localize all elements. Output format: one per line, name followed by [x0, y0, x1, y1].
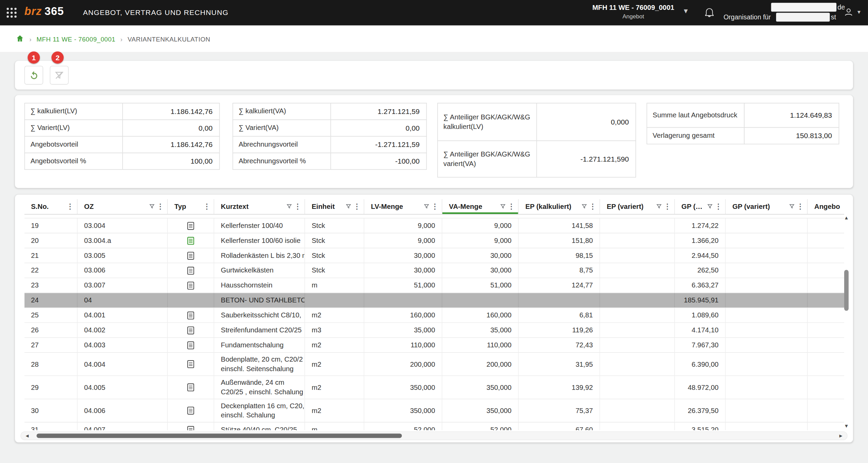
cell-einheit: m3	[305, 323, 364, 337]
clear-filter-button[interactable]	[50, 66, 68, 84]
table-row-19[interactable]: 1903.004Kellerfenster 100/40Stck9,0009,0…	[25, 218, 845, 233]
horizontal-scrollbar[interactable]: ◄ ►	[20, 431, 848, 440]
organisation-prefix: Organisation für	[724, 13, 771, 21]
table-row-31[interactable]: 3104.007Stütze 40/40 cm, C20/25m52,00052…	[25, 423, 845, 430]
filter-icon[interactable]	[656, 203, 662, 210]
cell-ep_kalk: 151,80	[519, 233, 600, 248]
cell-sno: 22	[25, 263, 78, 278]
column-header-einheit[interactable]: Einheit⋮	[305, 199, 364, 214]
project-selector-title: MFH 11 WE - 76009_0001	[585, 4, 682, 12]
table-row-29[interactable]: 2904.005Außenwände, 24 cm C20/25 , einsc…	[25, 376, 845, 399]
filter-icon[interactable]	[345, 203, 351, 210]
filter-icon[interactable]	[500, 203, 506, 210]
breadcrumb-item-project[interactable]: MFH 11 WE - 76009_0001	[36, 36, 115, 43]
table-row-25[interactable]: 2504.001Sauberkeitsschicht C8/10,m2160,0…	[25, 308, 845, 323]
cell-ep_kalk: 124,77	[519, 278, 600, 293]
column-header-ep_var[interactable]: EP (variert)⋮	[600, 199, 675, 214]
column-menu-icon[interactable]: ⋮	[294, 203, 301, 210]
table-row-23[interactable]: 2303.007Hausschornsteinm51,00051,000124,…	[25, 278, 845, 293]
table-row-24[interactable]: 2404BETON- UND STAHLBETON185.945,91	[25, 293, 845, 308]
vertical-scrollbar[interactable]: ▲ ▼	[842, 215, 850, 429]
breadcrumb-separator: ›	[29, 36, 31, 43]
brand-logo-text: brz	[25, 5, 42, 18]
column-header-lv_menge[interactable]: LV-Menge⋮	[364, 199, 442, 214]
app-grid-icon[interactable]	[4, 6, 19, 19]
cell-gp_var	[726, 376, 808, 399]
table-row-27[interactable]: 2704.003Fundamentschalungm2110,000110,00…	[25, 338, 845, 353]
table-row-30[interactable]: 3004.006Deckenplatten 16 cm, C20,einschl…	[25, 399, 845, 423]
table-row-22[interactable]: 2203.006GurtwickelkästenStck30,00030,000…	[25, 263, 845, 278]
scroll-up-arrow[interactable]: ▲	[842, 215, 850, 221]
column-menu-icon[interactable]: ⋮	[664, 203, 671, 210]
column-menu-icon[interactable]: ⋮	[203, 203, 210, 210]
summary-row: Summe laut Angebotsdruck1.124.649,83	[647, 103, 839, 128]
cell-einheit: m2	[305, 399, 364, 422]
filter-icon[interactable]	[581, 203, 587, 210]
cell-ep_kalk: 8,75	[519, 263, 600, 278]
column-menu-icon[interactable]: ⋮	[715, 203, 722, 210]
cell-einheit: m2	[305, 338, 364, 352]
cell-kurztext: Bodenplatte, 20 cm, C20/2einschl. Seiten…	[214, 353, 305, 376]
table-row-21[interactable]: 2103.005Rolladenkästen L bis 2,30 mStck3…	[25, 248, 845, 263]
cell-typ	[168, 218, 215, 233]
horizontal-scroll-thumb[interactable]	[36, 433, 402, 438]
cell-gp_var	[726, 218, 808, 233]
filter-icon[interactable]	[789, 203, 795, 210]
filter-icon[interactable]	[707, 203, 713, 210]
cell-angebot	[808, 263, 844, 278]
filter-icon[interactable]	[286, 203, 292, 210]
cell-gp_kalk: 7.967,30	[675, 338, 726, 352]
column-menu-icon[interactable]: ⋮	[353, 203, 360, 210]
user-account-icon[interactable]	[843, 7, 853, 19]
scroll-down-arrow[interactable]: ▼	[842, 423, 850, 429]
home-icon[interactable]	[16, 34, 25, 44]
column-menu-icon[interactable]: ⋮	[796, 203, 804, 210]
column-header-ep_kalk[interactable]: EP (kalkuliert)⋮	[519, 199, 600, 214]
summary-label: ∑ Variert(VA)	[233, 119, 331, 136]
cell-ep_var	[600, 323, 675, 337]
cell-gp_kalk: 262,50	[675, 263, 726, 278]
column-menu-icon[interactable]: ⋮	[508, 203, 515, 210]
notification-bell-icon[interactable]	[705, 7, 714, 20]
summary-label: Summe laut Angebotsdruck	[647, 103, 745, 128]
cell-lv_menge: 110,000	[364, 338, 442, 352]
column-header-va_menge[interactable]: VA-Menge⋮	[442, 199, 519, 214]
summary-row: Abrechnungsvorteil %-100,00	[233, 153, 427, 170]
column-header-typ[interactable]: Typ⋮	[168, 199, 215, 214]
table-header-row: S.No.⋮OZ⋮Typ⋮Kurztext⋮Einheit⋮LV-Menge⋮V…	[25, 199, 845, 215]
cell-lv_menge: 350,000	[364, 399, 442, 422]
table-row-26[interactable]: 2604.002Streifenfundament C20/25m335,000…	[25, 323, 845, 338]
cell-ep_var	[600, 338, 675, 352]
summary-group-va: ∑ kalkuliert(VA)1.271.121,59∑ Variert(VA…	[233, 103, 427, 170]
cell-kurztext: Streifenfundament C20/25	[214, 323, 305, 337]
column-header-sno[interactable]: S.No.⋮	[25, 199, 78, 214]
scroll-left-arrow[interactable]: ◄	[23, 432, 31, 439]
scroll-right-arrow[interactable]: ►	[837, 432, 845, 439]
column-header-gp_kalk[interactable]: GP (…⋮	[675, 199, 726, 214]
brand-logo-suffix: 365	[45, 5, 64, 18]
column-menu-icon[interactable]: ⋮	[66, 203, 74, 210]
project-selector[interactable]: MFH 11 WE - 76009_0001 Angebot	[585, 4, 682, 19]
column-header-kurztext[interactable]: Kurztext⋮	[214, 199, 305, 214]
refresh-button[interactable]	[25, 66, 43, 84]
filter-icon[interactable]	[424, 203, 430, 210]
user-menu-caret-icon[interactable]: ▾	[857, 8, 861, 15]
cell-einheit: Stck	[305, 218, 364, 233]
column-header-oz[interactable]: OZ⋮	[78, 199, 168, 214]
vertical-scroll-thumb[interactable]	[844, 270, 849, 311]
filter-icon[interactable]	[149, 203, 155, 210]
column-header-gp_var[interactable]: GP (variert)⋮	[726, 199, 808, 214]
cell-typ	[168, 293, 215, 308]
summary-label: ∑ kalkuliert(LV)	[25, 103, 123, 120]
cell-oz: 03.006	[78, 263, 168, 278]
cell-lv_menge: 51,000	[364, 278, 442, 293]
cell-gp_kalk: 48.972,00	[675, 376, 726, 399]
column-menu-icon[interactable]: ⋮	[589, 203, 596, 210]
chevron-down-icon[interactable]: ▼	[682, 7, 689, 15]
table-row-20[interactable]: 2003.004.aKellerfenster 100/60 isolieStc…	[25, 233, 845, 248]
column-menu-icon[interactable]: ⋮	[431, 203, 438, 210]
column-header-angebot[interactable]: Angebo⋮	[808, 199, 844, 214]
cell-sno: 30	[25, 399, 78, 422]
table-row-28[interactable]: 2804.004Bodenplatte, 20 cm, C20/2einschl…	[25, 353, 845, 376]
column-menu-icon[interactable]: ⋮	[157, 203, 164, 210]
